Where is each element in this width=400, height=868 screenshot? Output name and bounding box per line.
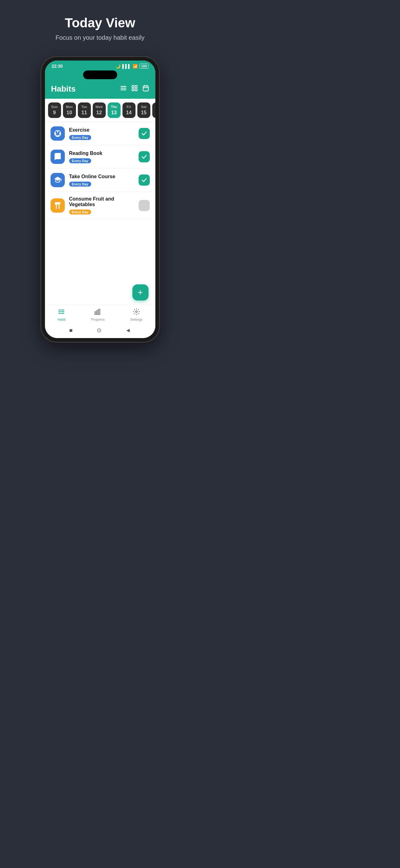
cal-day-13[interactable]: Thu13 xyxy=(108,102,121,118)
android-nav: ■ ⊙ ◄ xyxy=(45,324,155,338)
fab-area: + xyxy=(45,281,155,305)
bottom-nav: HabitProgressSettings xyxy=(45,305,155,324)
add-habit-button[interactable]: + xyxy=(132,284,148,301)
nav-item-habit[interactable]: Habit xyxy=(58,308,66,321)
svg-rect-5 xyxy=(132,89,134,91)
nav-icon-habit xyxy=(58,308,65,317)
habit-check-0[interactable] xyxy=(139,128,150,139)
svg-rect-25 xyxy=(97,310,98,314)
habit-list: ExerciseEvery DayReading BookEvery DayTa… xyxy=(45,122,155,219)
habit-item-0[interactable]: ExerciseEvery Day xyxy=(45,122,155,145)
signal-icon: ▌▌▌ xyxy=(123,64,131,69)
list-view-icon[interactable] xyxy=(120,85,127,93)
app-header: Habits xyxy=(45,82,155,99)
phone-inner: 22:30 🌙 ▌▌▌ 📶 100 Habits xyxy=(45,61,155,338)
android-back-btn[interactable]: ◄ xyxy=(125,327,131,334)
habit-item-2[interactable]: Take Online CourseEvery Day xyxy=(45,168,155,192)
cal-day-10[interactable]: Mon10 xyxy=(63,102,76,118)
phone-frame: 22:30 🌙 ▌▌▌ 📶 100 Habits xyxy=(41,57,159,342)
svg-rect-4 xyxy=(135,86,137,88)
habit-badge-0: Every Day xyxy=(69,135,91,140)
hero-subtitle: Focus on your today habit easily xyxy=(56,34,144,41)
battery-icon: 100 xyxy=(139,64,148,69)
habit-check-2[interactable] xyxy=(139,175,150,186)
nav-item-progress[interactable]: Progress xyxy=(91,308,104,321)
habit-badge-1: Every Day xyxy=(69,158,91,163)
habit-name-0: Exercise xyxy=(69,127,134,133)
svg-rect-3 xyxy=(132,86,134,88)
status-bar: 22:30 🌙 ▌▌▌ 📶 100 xyxy=(45,61,155,70)
svg-point-27 xyxy=(135,311,137,313)
cal-day-15[interactable]: Sat15 xyxy=(137,102,151,118)
cal-day-11[interactable]: Tue11 xyxy=(78,102,91,118)
header-icons xyxy=(120,85,149,93)
nav-icon-settings xyxy=(133,308,140,317)
book-icon xyxy=(51,150,65,164)
calendar-strip: Sun9Mon10Tue11Wed12Thu13Fri14Sat15Sun16 xyxy=(45,99,155,122)
svg-rect-26 xyxy=(99,309,100,314)
nav-label-progress: Progress xyxy=(91,318,104,321)
dynamic-island-area xyxy=(45,70,155,82)
habit-info-0: ExerciseEvery Day xyxy=(69,127,134,140)
grid-view-icon[interactable] xyxy=(131,85,138,93)
nav-item-settings[interactable]: Settings xyxy=(130,308,143,321)
hero-section: Today View Focus on your today habit eas… xyxy=(43,0,157,51)
moon-icon: 🌙 xyxy=(116,64,121,69)
hero-title: Today View xyxy=(56,16,144,30)
habit-badge-2: Every Day xyxy=(69,182,91,187)
dynamic-island-pill xyxy=(83,70,117,79)
habit-name-3: Consume Fruit and Vegetables xyxy=(69,196,134,207)
android-circle-btn[interactable]: ⊙ xyxy=(97,327,101,334)
habit-name-1: Reading Book xyxy=(69,151,134,156)
svg-rect-7 xyxy=(143,86,148,91)
habit-item-3[interactable]: Consume Fruit and VegetablesEvery Day xyxy=(45,192,155,219)
habit-info-2: Take Online CourseEvery Day xyxy=(69,174,134,187)
habit-check-1[interactable] xyxy=(139,151,150,162)
android-square-btn[interactable]: ■ xyxy=(69,327,72,334)
nav-label-habit: Habit xyxy=(58,318,66,321)
cal-day-9[interactable]: Sun9 xyxy=(48,102,61,118)
nav-icon-progress xyxy=(94,308,101,317)
status-time: 22:30 xyxy=(52,64,63,69)
fork-icon xyxy=(51,198,65,213)
soccer-icon xyxy=(51,126,65,141)
habit-info-1: Reading BookEvery Day xyxy=(69,151,134,163)
calendar-view-icon[interactable] xyxy=(142,85,149,93)
svg-rect-6 xyxy=(135,89,137,91)
habit-info-3: Consume Fruit and VegetablesEvery Day xyxy=(69,196,134,215)
cal-day-16[interactable]: Sun16 xyxy=(152,102,155,118)
status-icons: 🌙 ▌▌▌ 📶 100 xyxy=(116,64,148,69)
app-title: Habits xyxy=(51,84,76,94)
cal-day-12[interactable]: Wed12 xyxy=(93,102,106,118)
habit-item-1[interactable]: Reading BookEvery Day xyxy=(45,145,155,168)
cal-day-14[interactable]: Fri14 xyxy=(123,102,135,118)
svg-rect-24 xyxy=(95,312,96,314)
nav-label-settings: Settings xyxy=(130,318,143,321)
habit-name-2: Take Online Course xyxy=(69,174,134,180)
habit-empty-area xyxy=(45,219,155,281)
graduation-icon xyxy=(51,173,65,187)
wifi-icon: 📶 xyxy=(133,64,138,69)
habit-badge-3: Every Day xyxy=(69,210,91,215)
habit-check-3[interactable] xyxy=(139,200,150,211)
